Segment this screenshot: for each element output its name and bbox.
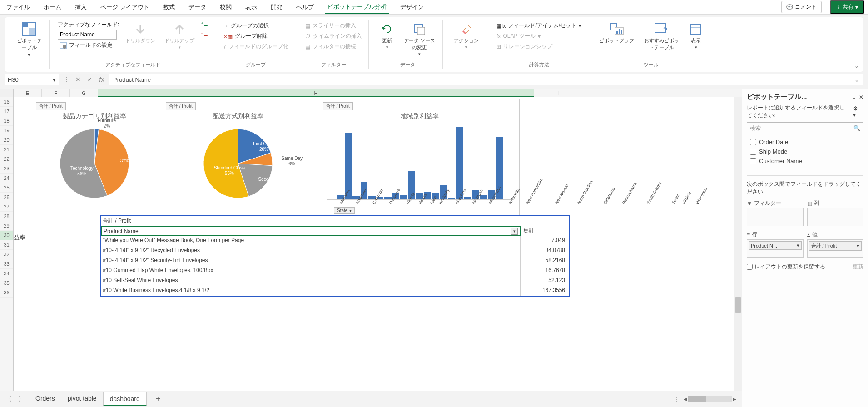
menu-formulas[interactable]: 数式 (160, 1, 178, 13)
menu-insert[interactable]: 挿入 (72, 1, 89, 13)
collapse-field-icon[interactable]: ⁻≣ (201, 31, 208, 37)
pivot-row-header[interactable]: Product Name ▾ (101, 226, 521, 236)
tab-nav-next[interactable]: 〉 (18, 395, 25, 403)
pivot-data-row[interactable]: #10 Self-Seal White Envelopes52.123 (101, 276, 569, 286)
column-header-E[interactable]: E (14, 89, 42, 97)
field-search-input[interactable]: 検索 🔍 (747, 122, 863, 134)
row-header-17[interactable]: 17 (0, 107, 13, 116)
expand-field-icon[interactable]: ⁺≣ (201, 21, 208, 27)
menu-home[interactable]: ホーム (41, 1, 64, 13)
filter-connections-button[interactable]: ▤フィルターの接続 (303, 42, 364, 51)
row-header-21[interactable]: 21 (0, 145, 13, 154)
sheet-tab-Orders[interactable]: Orders (29, 392, 61, 406)
pane-close-icon[interactable]: ✕ (859, 94, 863, 100)
name-menu-icon[interactable]: ⋮ (62, 76, 71, 83)
insert-slicer-button[interactable]: ▤スライサーの挿入 (303, 21, 364, 30)
row-field-pill[interactable]: Product N...▾ (749, 241, 802, 250)
row-header-18[interactable]: 18 (0, 116, 13, 126)
field-list-item[interactable]: Ship Mode (747, 147, 863, 156)
chart-1[interactable]: 合計 / Profit配送方式別利益率First Class20%Same Da… (163, 99, 313, 216)
row-header-27[interactable]: 27 (0, 202, 13, 212)
pivot-data-row[interactable]: #10 Gummed Flap White Envelopes, 100/Box… (101, 266, 569, 276)
drill-down-button[interactable]: ドリルダウン (123, 21, 158, 45)
field-list-item[interactable]: Order Date (747, 137, 863, 147)
row-header-25[interactable]: 25 (0, 183, 13, 193)
sheet-tab-pivot-table[interactable]: pivot table (61, 392, 103, 406)
pivot-data-row[interactable]: "While you Were Out" Message Book, One F… (101, 236, 569, 246)
row-header-26[interactable]: 26 (0, 193, 13, 202)
fx-icon[interactable]: fx (97, 76, 106, 83)
tab-nav-prev[interactable]: 〈 (5, 395, 12, 403)
name-box[interactable]: H30 ▾ (5, 74, 59, 85)
cancel-icon[interactable]: ✕ (74, 76, 83, 83)
pivot-data-row[interactable]: #10- 4 1/8" x 9 1/2" Security-Tint Envel… (101, 256, 569, 266)
vertical-scrollbar[interactable] (734, 97, 742, 391)
row-header-33[interactable]: 33 (0, 259, 13, 269)
show-button[interactable]: 表示▾ (686, 21, 706, 50)
menu-developer[interactable]: 開発 (268, 1, 285, 13)
menu-design[interactable]: デザイン (397, 1, 427, 13)
column-header-I[interactable]: I (534, 89, 582, 97)
expand-formula-icon[interactable]: ⌄ (854, 76, 859, 83)
row-header-34[interactable]: 34 (0, 269, 13, 278)
tab-options-icon[interactable]: ⋮ (674, 396, 679, 402)
chart-0[interactable]: 合計 / Profit製品カテゴリ別利益率Furniture2%Office S… (33, 99, 156, 216)
zone-rows[interactable]: Product N...▾ (747, 239, 804, 258)
chart-2[interactable]: 合計 / Profit地域別利益率AlabamaArkansasColorado… (320, 99, 520, 216)
fields-items-sets-button[interactable]: ▦fxフィールド/アイテム/セット▾ (495, 21, 583, 30)
field-checkbox[interactable] (750, 149, 756, 155)
recommended-pivot-button[interactable]: ? おすすめピボットテーブル (640, 21, 682, 52)
relationships-button[interactable]: ⊞リレーションシップ (495, 42, 583, 51)
column-header-F[interactable]: F (42, 89, 70, 97)
olap-tools-button[interactable]: fxOLAP ツール▾ (495, 31, 583, 41)
row-header-23[interactable]: 23 (0, 164, 13, 174)
menu-review[interactable]: 校閲 (217, 1, 234, 13)
defer-layout-checkbox[interactable]: レイアウトの更新を保留する (747, 263, 825, 271)
row-header-30[interactable]: 30 (0, 231, 13, 240)
pivot-chart-button[interactable]: ピボットグラフ (596, 21, 637, 45)
value-field-pill[interactable]: 合計 / Profit▾ (809, 241, 862, 251)
field-checkbox[interactable] (750, 158, 756, 164)
pivot-data-row[interactable]: #10- 4 1/8" x 9 1/2" Recycled Envelopes8… (101, 246, 569, 256)
row-header-29[interactable]: 29 (0, 221, 13, 231)
field-settings-button[interactable]: フィールドの設定 (58, 40, 119, 50)
menu-pivot-analyze[interactable]: ピボットテーブル分析 (325, 1, 389, 14)
menu-view[interactable]: 表示 (243, 1, 260, 13)
field-list-item[interactable]: Customer Name (747, 156, 863, 166)
chart-field-dropdown[interactable]: State ▾ (334, 207, 355, 214)
field-list[interactable]: Order DateShip ModeCustomer Name (747, 137, 863, 176)
change-data-source-button[interactable]: データ ソースの変更▾ (401, 21, 438, 57)
pivot-data-row[interactable]: #10 White Business Envelopes,4 1/8 x 9 1… (101, 286, 569, 296)
row-header-19[interactable]: 19 (0, 126, 13, 135)
pivot-table[interactable]: 合計 / Profit Product Name ▾ 集計 "While you… (100, 215, 570, 297)
field-checkbox[interactable] (750, 139, 756, 145)
refresh-button[interactable]: 更新▾ (377, 21, 397, 50)
zone-values[interactable]: 合計 / Profit▾ (807, 239, 864, 258)
menu-file[interactable]: ファイル (4, 1, 33, 13)
drill-up-button[interactable]: ドリルアップ ▾ (162, 21, 197, 50)
row-header-22[interactable]: 22 (0, 154, 13, 164)
column-header-G[interactable]: G (70, 89, 98, 97)
active-field-input[interactable] (58, 30, 117, 40)
worksheet-area[interactable]: EFGHI 1617181920212223242526272829303132… (0, 89, 742, 407)
select-all-corner[interactable] (0, 89, 14, 97)
sheet-tab-dashboard[interactable]: dashboard (103, 392, 147, 406)
menu-help[interactable]: ヘルプ (293, 1, 317, 13)
menu-page-layout[interactable]: ページ レイアウト (98, 1, 152, 13)
ribbon-collapse-button[interactable]: ⌄ (854, 63, 859, 69)
update-button[interactable]: 更新 (853, 263, 863, 271)
zone-columns[interactable] (807, 208, 864, 226)
formula-input[interactable]: Product Name ⌄ (109, 74, 863, 85)
row-header-35[interactable]: 35 (0, 278, 13, 288)
pane-collapse-icon[interactable]: ⌄ (849, 94, 859, 100)
actions-button[interactable]: アクション▾ (451, 21, 481, 50)
zone-filter[interactable] (747, 208, 804, 226)
horizontal-scrollbar[interactable]: ◀▶ (684, 396, 736, 402)
group-selection-button[interactable]: →グループの選択 (221, 21, 290, 30)
row-header-20[interactable]: 20 (0, 135, 13, 145)
row-header-24[interactable]: 24 (0, 174, 13, 183)
row-header-28[interactable]: 28 (0, 212, 13, 221)
share-button[interactable]: ⇪ 共有 ▾ (830, 0, 864, 14)
group-field-button[interactable]: 7フィールドのグループ化 (221, 42, 290, 51)
enter-icon[interactable]: ✓ (85, 76, 94, 83)
